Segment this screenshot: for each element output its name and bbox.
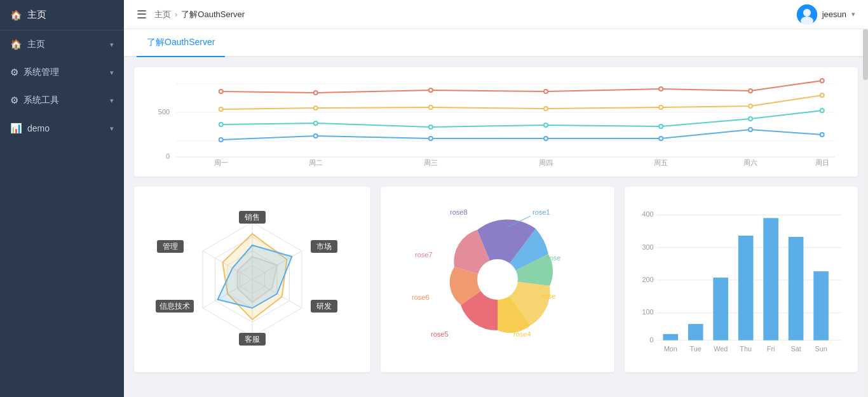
- svg-text:0: 0: [166, 152, 170, 160]
- svg-text:Sun: Sun: [815, 345, 827, 353]
- svg-text:周日: 周日: [815, 159, 829, 166]
- header: ☰ 主页 › 了解OauthServer jeesun ▾: [124, 0, 868, 29]
- svg-text:市场: 市场: [316, 242, 332, 251]
- rose-chart-card: rose1 rose rose rose4 rose5 rose6 rose7 …: [381, 187, 614, 372]
- svg-text:rose5: rose5: [431, 330, 449, 338]
- svg-point-27: [659, 105, 663, 109]
- svg-point-41: [659, 137, 663, 140]
- svg-text:500: 500: [158, 108, 170, 116]
- sidebar-logo: 🏠 主页: [0, 0, 124, 30]
- header-right: jeesun ▾: [797, 4, 855, 25]
- svg-rect-94: [763, 218, 778, 340]
- rose-chart: rose1 rose rose rose4 rose5 rose6 rose7 …: [391, 197, 604, 362]
- svg-text:销售: 销售: [244, 213, 260, 222]
- svg-point-24: [314, 106, 318, 110]
- tab-bar: 了解OauthServer: [124, 29, 868, 57]
- svg-point-40: [544, 137, 548, 140]
- svg-point-42: [749, 128, 752, 131]
- svg-point-34: [659, 124, 663, 128]
- svg-rect-90: [663, 334, 678, 340]
- gear-icon: ⚙: [10, 67, 18, 78]
- bar-chart: 400 300 200 100 0: [635, 197, 848, 362]
- svg-text:周一: 周一: [214, 159, 228, 166]
- svg-text:周六: 周六: [743, 159, 757, 166]
- home-nav-icon: 🏠: [10, 39, 22, 50]
- svg-text:信息技术: 信息技术: [159, 302, 190, 311]
- svg-text:研发: 研发: [316, 302, 332, 311]
- svg-text:周五: 周五: [654, 159, 668, 166]
- svg-rect-93: [738, 236, 753, 340]
- svg-text:Sat: Sat: [790, 345, 801, 353]
- sidebar-item-system-mgmt[interactable]: ⚙ 系统管理 ▾: [0, 58, 124, 86]
- svg-text:rose6: rose6: [412, 293, 430, 301]
- svg-text:rose4: rose4: [513, 330, 531, 338]
- sidebar-item-demo[interactable]: 📊 demo ▾: [0, 114, 124, 142]
- svg-point-1: [803, 9, 811, 17]
- breadcrumb: 主页 › 了解OauthServer: [154, 9, 245, 20]
- svg-text:Thu: Thu: [740, 345, 752, 353]
- svg-point-22: [820, 79, 824, 83]
- svg-point-36: [820, 109, 824, 112]
- svg-point-26: [544, 107, 548, 111]
- svg-point-23: [219, 107, 223, 111]
- sidebar-item-system-mgmt-label: 系统管理: [24, 67, 59, 78]
- hamburger-icon[interactable]: ☰: [137, 8, 147, 22]
- svg-text:100: 100: [642, 308, 653, 316]
- svg-point-17: [314, 91, 318, 95]
- content-area: 500 0 周一 周二 周三 周四 周五 周六 周日: [124, 57, 868, 397]
- tools-icon: ⚙: [10, 95, 18, 106]
- svg-rect-95: [788, 237, 803, 340]
- svg-text:Fri: Fri: [766, 345, 775, 353]
- scrollbar-thumb[interactable]: [863, 29, 868, 80]
- svg-text:300: 300: [642, 243, 653, 251]
- svg-text:周三: 周三: [424, 159, 438, 166]
- breadcrumb-separator: ›: [175, 10, 177, 19]
- svg-text:客服: 客服: [245, 335, 260, 344]
- breadcrumb-home[interactable]: 主页: [154, 9, 171, 20]
- svg-rect-91: [688, 324, 703, 340]
- svg-point-37: [219, 138, 223, 142]
- svg-point-18: [429, 88, 433, 92]
- svg-rect-96: [813, 271, 829, 340]
- svg-point-33: [544, 123, 548, 127]
- svg-point-21: [749, 89, 752, 93]
- svg-text:Wed: Wed: [714, 345, 728, 353]
- sidebar-item-home[interactable]: 🏠 主页 ▾: [0, 30, 124, 58]
- svg-point-31: [314, 121, 318, 125]
- svg-text:rose1: rose1: [532, 208, 550, 216]
- header-left: ☰ 主页 › 了解OauthServer: [137, 8, 245, 22]
- sidebar-item-demo-label: demo: [27, 123, 50, 133]
- sidebar-item-system-tools-label: 系统工具: [24, 95, 59, 106]
- svg-point-30: [219, 123, 223, 126]
- sidebar-item-system-tools[interactable]: ⚙ 系统工具 ▾: [0, 86, 124, 114]
- svg-point-16: [219, 90, 223, 93]
- main-area: ☰ 主页 › 了解OauthServer jeesun ▾ 了解OauthSer…: [124, 0, 868, 397]
- user-menu-chevron[interactable]: ▾: [851, 10, 855, 18]
- chart-icon: 📊: [10, 123, 22, 134]
- svg-point-69: [477, 259, 518, 300]
- sidebar: 🏠 主页 🏠 主页 ▾ ⚙ 系统管理 ▾ ⚙ 系统工具 ▾ 📊 demo ▾: [0, 0, 124, 397]
- svg-point-19: [544, 90, 548, 93]
- svg-text:Mon: Mon: [663, 345, 677, 353]
- svg-text:管理: 管理: [163, 242, 178, 251]
- sidebar-item-home-label: 主页: [27, 39, 45, 50]
- tab-oauth-label: 了解OauthServer: [147, 37, 215, 47]
- svg-text:rose: rose: [547, 254, 560, 262]
- chevron-down-icon: ▾: [110, 124, 114, 133]
- svg-point-35: [749, 117, 752, 121]
- scrollbar-track[interactable]: [863, 29, 868, 397]
- svg-point-43: [820, 133, 824, 137]
- chevron-down-icon: ▾: [110, 69, 114, 77]
- bar-chart-card: 400 300 200 100 0: [625, 187, 858, 372]
- svg-rect-92: [713, 278, 728, 340]
- svg-text:周四: 周四: [539, 159, 553, 166]
- tab-oauth[interactable]: 了解OauthServer: [137, 29, 225, 57]
- avatar: [797, 4, 817, 25]
- svg-text:400: 400: [642, 210, 653, 218]
- svg-text:200: 200: [642, 276, 653, 283]
- svg-text:rose: rose: [542, 292, 555, 300]
- radar-chart-card: 销售 市场 研发 客服 信息技术: [134, 187, 370, 372]
- bottom-row: 销售 市场 研发 客服 信息技术: [134, 187, 858, 372]
- user-name: jeesun: [822, 10, 846, 19]
- svg-point-20: [659, 87, 663, 91]
